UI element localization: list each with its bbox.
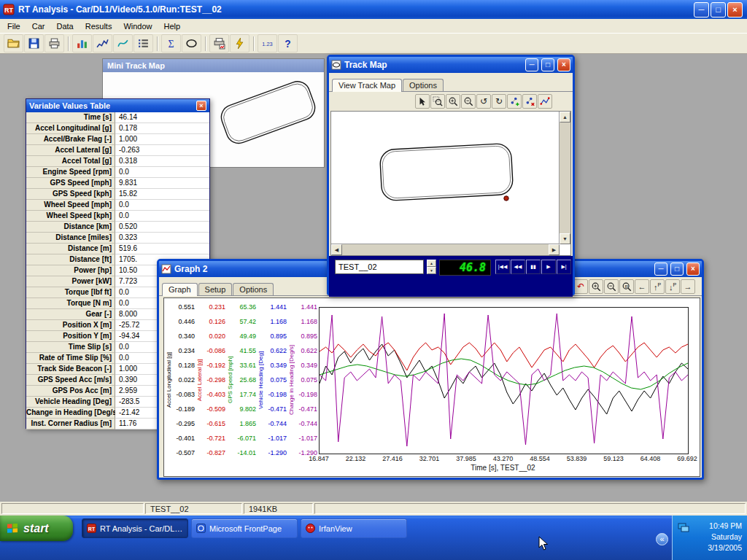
track-map-titlebar[interactable]: Track Map ─ □ × (329, 57, 573, 73)
variable-values-close-button[interactable]: × (196, 101, 206, 111)
zoom-out-icon (463, 96, 473, 106)
table-row[interactable]: Accel/Brake Flag [-]1.000 (26, 134, 209, 145)
vertical-scrollbar[interactable]: ▲ ▼ (559, 112, 570, 244)
close-button[interactable]: × (727, 2, 743, 18)
line-chart-button[interactable] (93, 34, 112, 52)
node-delete-button[interactable] (522, 94, 537, 109)
page-up-button[interactable]: ↑P (650, 279, 665, 294)
graph-tab-graph[interactable]: Graph (162, 283, 198, 296)
x-axis-ticks: 16.84722.13227.41632.70137.98543.27048.5… (164, 454, 700, 464)
step-forward-button[interactable]: ▶| (557, 260, 571, 274)
print-button[interactable] (44, 34, 64, 52)
trackmap-tab-options[interactable]: Options (403, 79, 444, 91)
row-value: 0.520 (115, 222, 209, 233)
data-list-button[interactable] (133, 34, 153, 52)
table-row[interactable]: Accel Longitudinal [g]0.178 (26, 123, 209, 134)
table-row[interactable]: Accel Lateral [g]-0.263 (26, 145, 209, 156)
tray-chevron-button[interactable]: « (656, 533, 668, 545)
bar-chart-button[interactable] (72, 34, 92, 52)
run-name-field[interactable]: TEST__02 (335, 260, 424, 274)
table-row[interactable]: Engine Speed [rpm]0.0 (26, 167, 209, 178)
play-button[interactable]: ▶ (541, 260, 556, 274)
spin-up-button[interactable]: ▲ (427, 260, 436, 267)
series-gps-speed (320, 359, 688, 389)
rotate-cw-button[interactable]: ↻ (492, 94, 506, 109)
scroll-up-button[interactable]: ▲ (560, 112, 570, 122)
graph-tab-setup[interactable]: Setup (198, 283, 233, 295)
scroll-down-button[interactable]: ▼ (560, 233, 570, 244)
table-row[interactable]: Accel Total [g]0.318 (26, 156, 209, 167)
spin-down-button[interactable]: ▼ (427, 267, 436, 274)
horizontal-scrollbar[interactable]: ◀ ▶ (331, 244, 560, 255)
menu-item-help[interactable]: Help (158, 20, 187, 32)
zoom-in-button[interactable] (446, 94, 460, 109)
menu-item-results[interactable]: Results (80, 20, 118, 32)
plot-area[interactable] (319, 307, 689, 454)
track-map-minimize-button[interactable]: ─ (525, 58, 538, 71)
mini-track-map-titlebar[interactable]: Mini Track Map (103, 59, 324, 72)
save-file-button[interactable] (24, 34, 44, 52)
select-button[interactable] (415, 94, 430, 109)
table-row[interactable]: Wheel Speed [kph]0.0 (26, 211, 209, 222)
print-graph-button[interactable] (209, 34, 229, 52)
menu-item-window[interactable]: Window (117, 20, 158, 32)
taskbar-task-irfanview[interactable]: IrfanView (301, 518, 407, 538)
help-button[interactable]: ? (278, 34, 298, 52)
node-add-button[interactable] (507, 94, 522, 109)
scroll-right-button[interactable]: ▶ (549, 244, 560, 255)
scroll-left-button[interactable]: ◀ (331, 244, 342, 255)
zoom-run-button[interactable]: R (619, 279, 634, 294)
table-row[interactable]: GPS Speed [mph]9.831 (26, 178, 209, 189)
sigma-stats-button[interactable]: Σ (161, 34, 181, 52)
y-tick: 0.349 (301, 362, 317, 369)
pan-left-button[interactable]: ← (635, 279, 649, 294)
menu-item-file[interactable]: File (1, 20, 26, 32)
node-path-button[interactable] (538, 94, 552, 109)
network-tray-icon[interactable] (678, 523, 689, 533)
table-row[interactable]: Wheel Speed [mph]0.0 (26, 200, 209, 211)
minimize-button[interactable]: ─ (694, 2, 709, 18)
rewind-to-start-button[interactable]: |◀◀ (495, 260, 510, 274)
graph2-maximize-button[interactable]: □ (670, 262, 684, 276)
graph2-close-button[interactable]: × (686, 262, 700, 276)
page-down-button[interactable]: ↓P (665, 279, 680, 294)
y-axis-5: Change in Heading [Deg/s]1.4411.1680.895… (288, 307, 319, 453)
variable-values-titlebar[interactable]: Variable Values Table × (26, 99, 209, 112)
taskbar-task-frontpage[interactable]: Microsoft FrontPage (191, 518, 298, 538)
pause-button[interactable]: ▮▮ (526, 260, 541, 274)
track-map-close-button[interactable]: × (557, 58, 570, 71)
graph-tab-options[interactable]: Options (233, 283, 274, 295)
rotate-ccw-button[interactable]: ↺ (476, 94, 491, 109)
track-oval-button[interactable] (182, 34, 201, 52)
table-row[interactable]: Distance [m]519.6 (26, 244, 209, 254)
numeric-format-button[interactable]: 1.23 (258, 34, 277, 52)
track-map-maximize-button[interactable]: □ (541, 58, 554, 71)
start-button[interactable]: start (0, 516, 73, 541)
menu-item-car[interactable]: Car (26, 20, 51, 32)
taskbar-task-rt-analysis[interactable]: RTRT Analysis - Car/DL1... (82, 518, 188, 538)
tray-clock[interactable]: 10:49 PM Saturday 3/19/2005 (708, 521, 742, 553)
rewind-button[interactable]: ◀◀ (511, 260, 525, 274)
status-cell-empty (1, 503, 144, 514)
track-map-canvas[interactable]: ▲ ▼ ◀ ▶ (330, 111, 571, 256)
table-row[interactable]: Time [s]46.14 (26, 112, 209, 123)
lightning-button[interactable] (230, 34, 249, 52)
undo-zoom-button[interactable]: ↶ (573, 279, 588, 294)
svg-text:1.23: 1.23 (262, 41, 272, 47)
table-row[interactable]: Distance [miles]0.323 (26, 233, 209, 244)
zoom-in-button[interactable] (589, 279, 603, 294)
menu-item-data[interactable]: Data (50, 20, 79, 32)
lap-delta-button[interactable] (113, 34, 133, 52)
open-file-button[interactable] (4, 34, 23, 52)
table-row[interactable]: Distance [km]0.520 (26, 222, 209, 233)
trackmap-tab-view-track-map[interactable]: View Track Map (332, 79, 402, 92)
pan-right-button[interactable]: → (681, 279, 695, 294)
table-row[interactable]: GPS Speed [kph]15.82 (26, 189, 209, 200)
x-tick: 22.132 (346, 455, 366, 462)
zoom-window-button[interactable] (430, 94, 445, 109)
maximize-button[interactable]: □ (711, 2, 726, 18)
zoom-out-button[interactable] (604, 279, 619, 294)
zoom-out-button[interactable] (461, 94, 476, 109)
close-icon: × (199, 102, 203, 109)
graph2-minimize-button[interactable]: ─ (654, 262, 667, 276)
